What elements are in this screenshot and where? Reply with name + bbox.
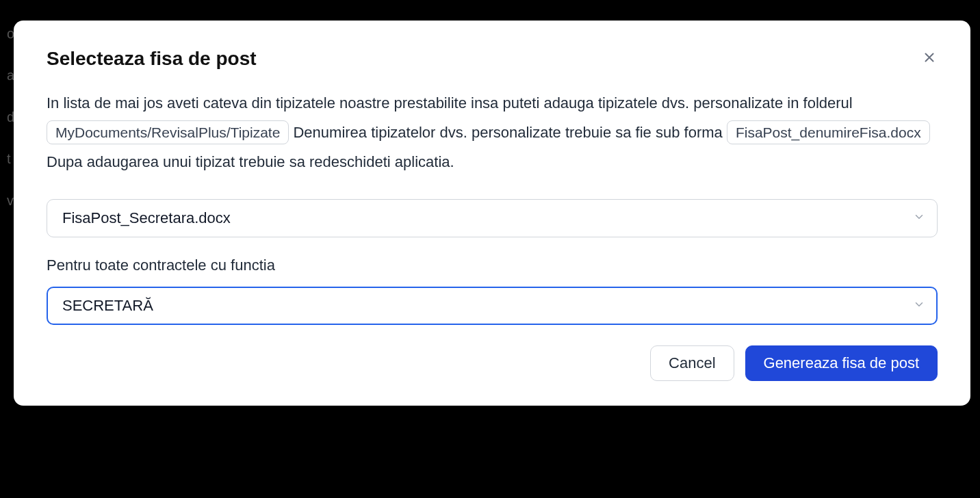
- description-text: Denumirea tipizatelor dvs. personalizate…: [293, 124, 726, 141]
- description-text: In lista de mai jos aveti cateva din tip…: [47, 94, 853, 112]
- close-button[interactable]: [921, 49, 938, 66]
- modal-footer: Cancel Genereaza fisa de post: [47, 345, 938, 381]
- filename-format-chip: FisaPost_denumireFisa.docx: [727, 120, 930, 144]
- modal-description: In lista de mai jos aveti cateva din tip…: [47, 89, 938, 177]
- function-select-value: SECRETARĂ: [62, 297, 153, 315]
- function-select-wrapper: SECRETARĂ: [47, 287, 938, 325]
- modal-dialog: Selecteaza fisa de post In lista de mai …: [14, 21, 970, 406]
- close-icon: [922, 50, 937, 65]
- folder-path-chip: MyDocuments/RevisalPlus/Tipizate: [47, 120, 289, 144]
- template-select[interactable]: FisaPost_Secretara.docx: [47, 199, 938, 237]
- modal-header: Selecteaza fisa de post: [47, 48, 938, 70]
- generate-button[interactable]: Genereaza fisa de post: [745, 345, 938, 381]
- function-label: Pentru toate contractele cu functia: [47, 257, 938, 274]
- template-select-wrapper: FisaPost_Secretara.docx: [47, 199, 938, 237]
- modal-title: Selecteaza fisa de post: [47, 48, 257, 70]
- description-text: Dupa adaugarea unui tipizat trebuie sa r…: [47, 153, 454, 170]
- template-select-value: FisaPost_Secretara.docx: [62, 209, 231, 227]
- cancel-button[interactable]: Cancel: [650, 345, 734, 381]
- function-select[interactable]: SECRETARĂ: [47, 287, 938, 325]
